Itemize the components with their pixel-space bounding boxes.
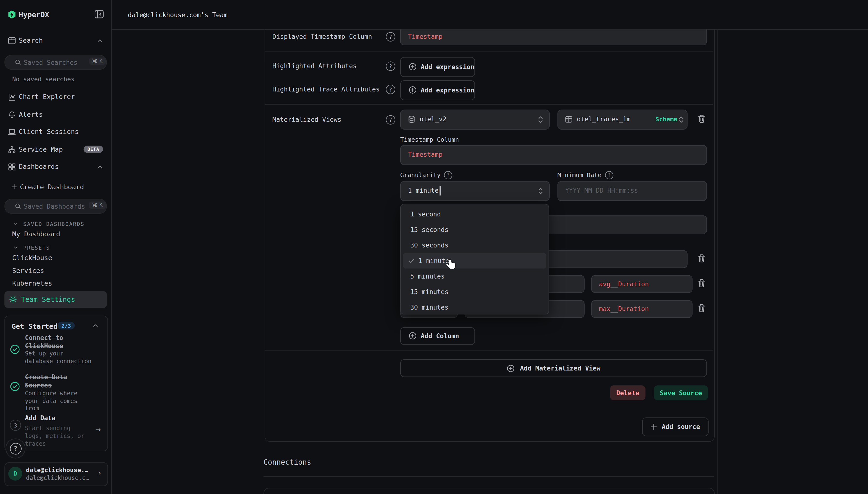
help-circle-icon[interactable]: ? [386, 61, 395, 71]
service-map-icon [8, 146, 16, 154]
dropdown-option[interactable]: 5 minutes [401, 269, 548, 284]
help-circle-icon[interactable]: ? [605, 171, 613, 179]
table-icon [565, 115, 573, 124]
sidebar-item-team-settings[interactable]: Team Settings [4, 291, 107, 308]
section-saved-dashboards[interactable]: SAVED DASHBOARDS [0, 219, 111, 228]
add-source-button[interactable]: Add source [642, 418, 709, 437]
displayed-timestamp-label: Displayed Timestamp Column [272, 33, 372, 40]
chart-explorer-icon [8, 93, 16, 101]
displayed-timestamp-value: Timestamp [408, 33, 443, 40]
get-started-title: Get Started [12, 322, 58, 330]
step2-title-line1: Create Data [25, 373, 67, 381]
laptop-icon [8, 128, 16, 136]
divider [265, 52, 713, 52]
sidebar-item-kubernetes[interactable]: Kubernetes [12, 280, 52, 287]
team-settings-label: Team Settings [21, 295, 75, 303]
dropdown-option[interactable]: 1 second [401, 207, 548, 222]
add-column-label: Add Column [421, 332, 459, 340]
get-started-step3[interactable]: Add Data [25, 414, 56, 422]
section-presets[interactable]: PRESETS [0, 243, 111, 252]
minimum-date-input[interactable]: YYYY-MM-DD HH:mm:ss [558, 181, 707, 201]
dropdown-option[interactable]: 15 seconds [401, 222, 548, 238]
database-select[interactable]: otel_v2 [400, 110, 550, 130]
get-started-step1[interactable]: Connect to ClickHouse [25, 334, 63, 350]
sidebar-item-dashboards[interactable]: Dashboards [0, 159, 111, 174]
help-circle-icon[interactable]: ? [386, 32, 395, 41]
saved-dashboards-placeholder: Saved Dashboards [24, 203, 85, 210]
sidebar-item-label: Dashboards [19, 163, 59, 171]
sidebar-item-client-sessions[interactable]: Client Sessions [0, 125, 111, 139]
add-materialized-view-button[interactable]: Add Materialized View [400, 359, 707, 377]
trash-icon[interactable] [697, 303, 707, 313]
user-menu[interactable]: D dale@clickhouse.… dale@clickhouse.c… › [4, 462, 108, 486]
highlighted-attributes-label: Highlighted Attributes [272, 62, 357, 70]
avatar: D [8, 467, 22, 481]
saved-searches-placeholder: Saved Searches [24, 59, 77, 66]
sidebar-item-clickhouse[interactable]: ClickHouse [12, 254, 52, 262]
sidebar-item-services[interactable]: Services [12, 267, 44, 275]
chevron-up-icon[interactable] [92, 323, 98, 328]
granularity-value: 1 minute [408, 187, 439, 194]
sidebar-item-my-dashboard[interactable]: My Dashboard [12, 230, 60, 238]
circle-plus-icon [507, 364, 515, 372]
mouse-cursor [446, 259, 457, 271]
add-source-label: Add source [662, 423, 700, 431]
sidebar: HyperDX Search Saved Searches ⌘ K No sav… [0, 0, 112, 494]
database-select-value: otel_v2 [420, 115, 447, 123]
materialized-views-label: Materialized Views [272, 116, 341, 124]
trash-icon[interactable] [697, 278, 707, 288]
sidebar-item-label: Chart Explorer [19, 93, 75, 101]
table-select[interactable]: otel_traces_1m Schema [558, 110, 688, 130]
help-button[interactable]: ? [5, 438, 25, 458]
delete-button[interactable]: Delete [610, 385, 645, 400]
dropdown-option-label: 1 minute [419, 257, 449, 265]
dropdown-option-selected[interactable]: 1 minute [403, 253, 546, 269]
trash-icon[interactable] [697, 253, 707, 264]
check-circle-icon [10, 344, 20, 354]
get-started-step2[interactable]: Create Data Sources [25, 373, 67, 390]
no-saved-searches-text: No saved searches [12, 76, 75, 83]
chevron-right-icon: › [98, 468, 101, 477]
displayed-timestamp-input[interactable]: Timestamp [400, 30, 707, 45]
sidebar-item-search[interactable]: Search [0, 33, 111, 48]
section-label: SAVED DASHBOARDS [23, 221, 85, 227]
help-circle-icon[interactable]: ? [386, 115, 395, 125]
database-icon [407, 115, 416, 124]
granularity-select[interactable]: 1 minute [400, 181, 550, 201]
saved-dashboards-input[interactable]: Saved Dashboards ⌘ K [4, 199, 107, 214]
dropdown-option[interactable]: 30 minutes [401, 300, 548, 315]
sidebar-collapse-button[interactable] [94, 10, 104, 19]
check-icon [408, 258, 414, 264]
timestamp-column-input[interactable]: Timestamp [400, 145, 707, 165]
minimum-date-label: Minimum Date [558, 172, 601, 179]
search-icon [14, 203, 22, 210]
divider [265, 350, 713, 351]
timestamp-column-label: Timestamp Column [400, 136, 459, 144]
highlighted-trace-attributes-label: Highlighted Trace Attributes [272, 85, 380, 93]
help-circle-icon[interactable]: ? [386, 85, 395, 94]
section-label: PRESETS [23, 245, 50, 251]
select-chevrons-icon [537, 187, 544, 195]
schema-badge[interactable]: Schema [655, 116, 678, 123]
arrow-right-icon: → [95, 426, 101, 434]
help-circle-icon[interactable]: ? [444, 171, 452, 179]
save-source-button[interactable]: Save Source [654, 385, 708, 400]
topbar: dale@clickhouse.com's Team [111, 0, 868, 30]
bell-icon [8, 111, 16, 119]
dropdown-option[interactable]: 30 seconds [401, 238, 548, 253]
saved-searches-input[interactable]: Saved Searches ⌘ K [4, 55, 107, 70]
sidebar-item-label: Service Map [19, 146, 63, 153]
kbd-shortcut: ⌘ K [89, 57, 105, 65]
mv-column-alias-input[interactable]: avg__Duration [591, 275, 693, 293]
add-expression-button[interactable]: Add expression [400, 80, 475, 100]
mv-column-alias-input[interactable]: max__Duration [591, 300, 693, 318]
sidebar-item-chart-explorer[interactable]: Chart Explorer [0, 90, 111, 105]
trash-icon[interactable] [697, 114, 707, 124]
dropdown-option[interactable]: 15 minutes [401, 284, 548, 300]
create-dashboard-button[interactable]: Create Dashboard [0, 180, 111, 194]
sidebar-item-alerts[interactable]: Alerts [0, 108, 111, 122]
sidebar-item-label: Client Sessions [19, 128, 79, 136]
add-column-button[interactable]: Add Column [400, 327, 475, 345]
sidebar-item-service-map[interactable]: Service Map BETA [0, 142, 111, 157]
add-expression-button[interactable]: Add expression [400, 57, 475, 77]
